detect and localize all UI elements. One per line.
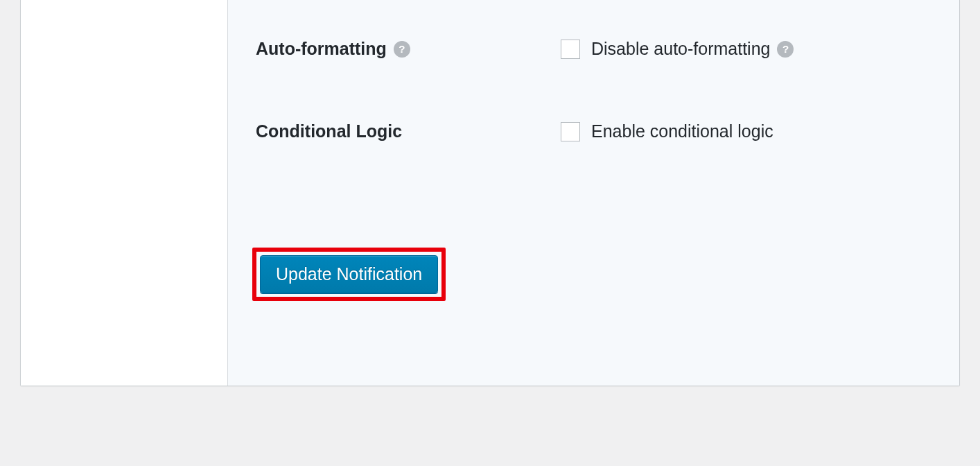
conditional-logic-label-text: Conditional Logic (256, 121, 402, 141)
conditional-logic-label: Conditional Logic (256, 121, 561, 141)
button-highlight-annotation: Update Notification (252, 248, 446, 301)
content-area: Auto-formatting ? Disable auto-formattin… (228, 0, 959, 386)
settings-panel: Auto-formatting ? Disable auto-formattin… (20, 0, 960, 386)
auto-formatting-row: Auto-formatting ? Disable auto-formattin… (256, 0, 959, 59)
auto-formatting-checkbox[interactable] (561, 40, 580, 59)
update-notification-button[interactable]: Update Notification (260, 255, 438, 293)
conditional-logic-checkbox[interactable] (561, 122, 580, 141)
auto-formatting-label-text: Auto-formatting (256, 39, 387, 59)
auto-formatting-label: Auto-formatting ? (256, 39, 561, 59)
conditional-logic-checkbox-text: Enable conditional logic (591, 121, 773, 141)
conditional-logic-checkbox-wrapper: Enable conditional logic (561, 121, 773, 141)
sidebar (21, 0, 228, 386)
auto-formatting-checkbox-label: Disable auto-formatting ? (591, 39, 794, 59)
auto-formatting-checkbox-wrapper: Disable auto-formatting ? (561, 39, 794, 59)
conditional-logic-row: Conditional Logic Enable conditional log… (256, 59, 959, 141)
help-icon[interactable]: ? (394, 41, 410, 58)
help-icon[interactable]: ? (777, 41, 794, 58)
conditional-logic-checkbox-label: Enable conditional logic (591, 121, 773, 141)
auto-formatting-checkbox-text: Disable auto-formatting (591, 39, 770, 59)
